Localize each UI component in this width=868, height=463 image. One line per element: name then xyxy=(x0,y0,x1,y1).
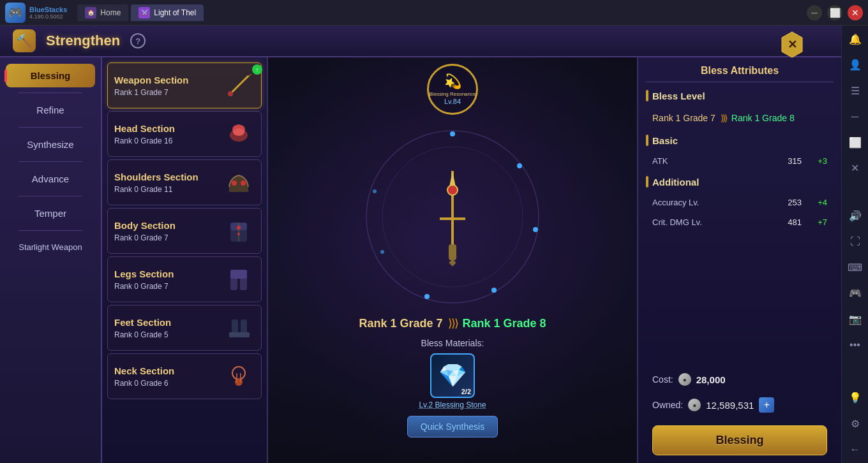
svg-point-21 xyxy=(232,367,245,379)
equip-info-shoulders: Shoulders Section Rank 0 Grade 11 xyxy=(114,172,216,194)
equip-name-head: Head Section xyxy=(114,123,216,134)
close-x-icon[interactable]: ✕ xyxy=(846,161,864,176)
equip-name-body: Body Section xyxy=(114,220,216,231)
gamepad-icon[interactable]: 🎮 xyxy=(846,286,864,301)
nav-item-starlight-weapon[interactable]: Starlight Weapon xyxy=(6,236,95,258)
nav-separator-2 xyxy=(19,127,82,128)
cost-row: Cost: ● 28,000 xyxy=(646,369,834,390)
section-bar-additional xyxy=(646,176,648,187)
equip-item-legs[interactable]: Legs Section Rank 0 Grade 7 xyxy=(107,256,262,302)
add-coins-button[interactable]: + xyxy=(759,397,774,413)
app-logo: 🎮 xyxy=(5,3,26,23)
equip-thumb-shoulders xyxy=(223,166,255,198)
notification-icon[interactable]: 🔔 xyxy=(846,32,864,47)
nav-item-temper[interactable]: Temper xyxy=(6,202,95,225)
keyboard-icon[interactable]: ⌨ xyxy=(846,260,864,275)
equip-info-head: Head Section Rank 0 Grade 16 xyxy=(114,123,216,145)
minimize-button[interactable]: ─ xyxy=(807,5,822,20)
more-icon[interactable]: ••• xyxy=(846,338,864,353)
basic-section: Basic xyxy=(646,135,834,146)
equip-item-weapon[interactable]: Weapon Section Rank 1 Grade 7 ↑ xyxy=(107,62,262,108)
equip-rank-body: Rank 0 Grade 7 xyxy=(114,233,216,242)
restore-icon[interactable]: ⬜ xyxy=(846,135,864,150)
window-controls: ─ ⬜ ✕ xyxy=(807,5,863,20)
equip-thumb-weapon xyxy=(223,70,255,101)
equip-item-head[interactable]: Head Section Rank 0 Grade 16 xyxy=(107,111,262,157)
page-title: Strengthen xyxy=(46,33,120,49)
svg-text:✕: ✕ xyxy=(788,38,797,51)
camera-icon[interactable]: 📷 xyxy=(846,312,864,327)
equip-thumb-neck xyxy=(223,360,255,392)
help-button[interactable]: ? xyxy=(130,33,146,48)
nav-item-synthesize[interactable]: Synthesize xyxy=(6,133,95,156)
section-bar-basic xyxy=(646,135,648,146)
section-bar-bless xyxy=(646,90,648,101)
upgrade-indicator: ↑ xyxy=(252,64,262,75)
equip-item-feet[interactable]: Feet Section Rank 0 Grade 5 xyxy=(107,305,262,351)
account-icon[interactable]: 👤 xyxy=(846,58,864,73)
brightness-icon[interactable]: 💡 xyxy=(846,390,864,405)
svg-rect-40 xyxy=(449,244,456,260)
bless-stone-icon: 💎 2/2 xyxy=(430,353,475,398)
owned-coin-icon: ● xyxy=(688,399,701,411)
svg-point-12 xyxy=(237,226,241,230)
svg-point-6 xyxy=(233,128,244,136)
equip-name-feet: Feet Section xyxy=(114,317,216,328)
stat-row-accuracy: Accuracy Lv. 253 +4 xyxy=(646,195,834,210)
nav-separator-3 xyxy=(19,161,82,162)
center-area: 💫 Blessing Resonance Lv.84 xyxy=(268,57,637,463)
cost-coin-icon: ● xyxy=(678,373,691,386)
equip-item-body[interactable]: Body Section Rank 0 Grade 7 xyxy=(107,208,262,254)
fullscreen-icon[interactable]: ⛶ xyxy=(846,235,864,249)
svg-point-8 xyxy=(241,180,246,186)
equip-thumb-legs xyxy=(223,263,255,295)
equip-thumb-body xyxy=(223,215,255,247)
equip-info-body: Body Section Rank 0 Grade 7 xyxy=(114,220,216,242)
equip-rank-legs: Rank 0 Grade 7 xyxy=(114,282,216,291)
nav-item-refine[interactable]: Refine xyxy=(6,98,95,122)
owned-row: Owned: ● 12,589,531 + xyxy=(646,395,834,415)
svg-rect-16 xyxy=(230,270,247,279)
bless-stone-name: Lv.2 Blessing Stone xyxy=(419,401,486,409)
header-bar: 🔨 Strengthen ? ✕ xyxy=(0,26,841,57)
restore-button[interactable]: ⬜ xyxy=(827,5,842,20)
svg-point-33 xyxy=(373,189,377,193)
additional-section: Additional xyxy=(646,176,834,187)
spacer xyxy=(646,235,834,362)
equip-item-neck[interactable]: Neck Section Rank 0 Grade 6 xyxy=(107,353,262,399)
menu-icon[interactable]: ☰ xyxy=(846,84,864,98)
close-button[interactable]: ✕ xyxy=(778,31,806,59)
title-bar: 🎮 BlueStacks 4.190.0.5002 🏠 Home ⚔️ Ligh… xyxy=(0,0,868,26)
stat-row-atk: ATK 315 +3 xyxy=(646,154,834,168)
right-panel: Bless Attributes Bless Level Rank 1 Grad… xyxy=(637,57,841,463)
nav-separator-4 xyxy=(19,196,82,196)
equip-name-weapon: Weapon Section xyxy=(114,75,216,85)
equip-rank-shoulders: Rank 0 Grade 11 xyxy=(114,185,216,194)
volume-icon[interactable]: 🔊 xyxy=(846,209,864,223)
back-icon[interactable]: ← xyxy=(846,442,864,457)
svg-point-28 xyxy=(517,163,522,168)
app-name: BlueStacks xyxy=(29,6,67,13)
blessing-circle xyxy=(363,128,542,306)
minimize-icon[interactable]: ─ xyxy=(846,110,864,124)
app-version: 4.190.0.5002 xyxy=(29,13,67,20)
content-area: Blessing Refine Synthesize Advance Tempe… xyxy=(0,57,841,463)
svg-point-27 xyxy=(450,131,455,136)
svg-point-22 xyxy=(235,378,243,386)
close-button[interactable]: ✕ xyxy=(848,5,863,20)
tab-game[interactable]: ⚔️ Light of Thel xyxy=(131,4,204,21)
settings-icon[interactable]: ⚙ xyxy=(846,416,864,431)
tab-home[interactable]: 🏠 Home xyxy=(77,4,128,21)
equip-name-shoulders: Shoulders Section xyxy=(114,172,216,182)
equip-rank-feet: Rank 0 Grade 5 xyxy=(114,330,216,339)
svg-rect-20 xyxy=(238,332,250,337)
svg-point-31 xyxy=(424,294,430,299)
nav-item-blessing[interactable]: Blessing xyxy=(6,64,95,87)
quick-synthesis-button[interactable]: Quick Synthesis xyxy=(407,416,498,437)
blessing-button[interactable]: Blessing xyxy=(652,425,827,455)
equip-item-shoulders[interactable]: Shoulders Section Rank 0 Grade 11 xyxy=(107,159,262,205)
title-tabs: 🏠 Home ⚔️ Light of Thel xyxy=(77,4,807,21)
nav-item-advance[interactable]: Advance xyxy=(6,167,95,191)
equipment-list: Weapon Section Rank 1 Grade 7 ↑ Head Sec… xyxy=(102,57,268,463)
svg-point-32 xyxy=(380,250,384,254)
